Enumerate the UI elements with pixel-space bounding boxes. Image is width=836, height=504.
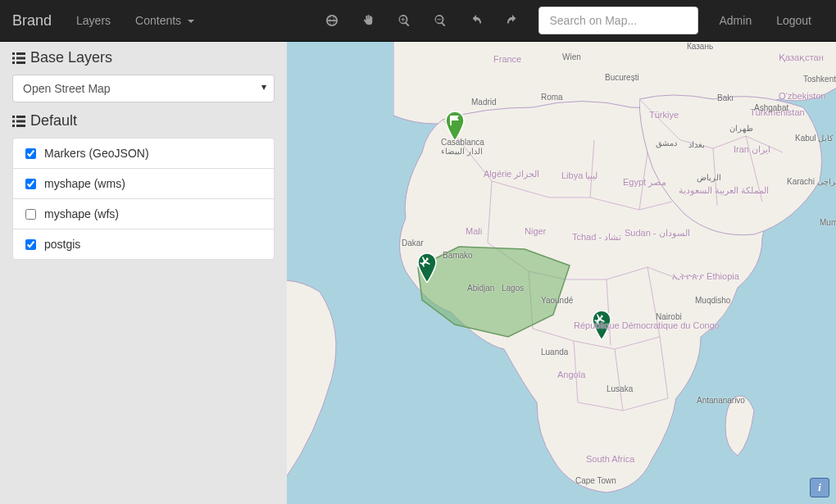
map-country-label: Algérie الجزائر [484,169,539,179]
map-country-label: O‘zbekiston [779,91,825,101]
map-country-label: Tchad - تشاد [572,232,621,243]
list-icon [12,52,25,64]
map-country-label: France [493,54,521,64]
info-icon: i [818,481,821,494]
nav-toolbar [314,0,530,42]
nav-admin[interactable]: Admin [707,0,764,42]
map-country-label: Iran ایران [734,144,770,155]
layer-label: myshape (wfs) [44,207,119,220]
map-city-label: Dakar [402,238,424,247]
map-city-label: Wien [562,52,581,61]
pan-button[interactable] [350,0,386,42]
map-city-label: دمشق [656,138,677,148]
map-country-label: South Africa [586,454,634,464]
layer-checkbox[interactable] [25,209,36,220]
map-city-label: Lusaka [607,384,633,393]
search-input[interactable] [538,7,698,34]
sidebar: Base Layers Open Street Map Default Mark… [0,42,287,504]
map-city-label: Ashgabat [754,103,788,112]
map-country-label: Angola [557,370,585,379]
base-layers-header: Base Layers [12,49,275,66]
layer-checkbox[interactable] [25,179,36,189]
layer-label: myshape (wms) [44,177,125,190]
nav-logout[interactable]: Logout [764,0,824,42]
map-country-label: Türkiye [649,110,679,120]
map-country-label: المملكة العربية السعودية [679,185,769,196]
layer-item[interactable]: myshape (wms) [13,168,274,198]
map-city-label: Luanda [541,347,568,356]
map-city-label: Antananarivo [697,396,745,405]
layer-label: Markers (GeoJSON) [44,147,149,160]
nav-left: Layers Contents [64,0,207,42]
nav-layers[interactable]: Layers [64,0,123,42]
redo-button[interactable] [494,0,530,42]
map-city-label: الرياض [697,173,721,182]
zoom-out-icon [434,15,446,26]
layer-checkbox[interactable] [25,148,36,159]
map-city-label: Kabul کابل [795,134,834,143]
brand-link[interactable]: Brand [12,12,64,30]
globe-icon [326,15,338,26]
map-country-label: Mali [466,226,482,236]
map-country-label: Libya ليبيا [561,170,597,181]
map-city-label: Yaoundé [541,296,573,305]
layer-list: Markers (GeoJSON) myshape (wms) myshape … [12,138,275,260]
map-canvas[interactable]: FranceAlgérie الجزائرLibya ليبياEgypt مص… [287,42,836,504]
map-marker-flag[interactable] [444,111,466,141]
map-city-label: طهران [729,124,753,133]
map-country-label: Sudan - السودان [625,228,690,238]
default-group-header: Default [12,112,275,129]
map-city-label: Toshkent [803,75,836,84]
map-city-label: Bamako [443,251,473,260]
map-city-label: Lagos [502,284,524,293]
zoom-in-button[interactable] [386,0,422,42]
map-info-button[interactable]: i [810,478,829,497]
map-city-label: Roma [541,93,563,102]
globe-button[interactable] [314,0,350,42]
map-country-label: ኢትዮጵያ Ethiopia [672,271,739,282]
map-city-label: الدار البيضاء [441,147,483,156]
hand-icon [362,15,374,26]
layer-item[interactable]: myshape (wfs) [13,198,274,229]
svg-rect-1 [450,116,452,125]
zoom-out-button[interactable] [422,0,458,42]
layer-item[interactable]: postgis [13,229,274,259]
base-layer-select[interactable]: Open Street Map [12,75,275,102]
map-city-label: București [605,73,639,82]
map-country-label: Niger [525,226,546,236]
nav-contents-label: Contents [135,14,181,27]
navbar: Brand Layers Contents Admin Logout [0,0,836,42]
base-layers-title: Base Layers [30,49,112,66]
map-marker-plane[interactable] [416,253,438,283]
layer-checkbox[interactable] [25,239,36,250]
undo-icon [470,15,482,26]
map-city-label: Cape Town [575,476,616,485]
map-city-label: Muqdisho [695,296,730,305]
map-city-label: Madrid [471,98,497,107]
base-layer-select-wrap: Open Street Map [12,75,275,102]
map-country-label: République Démocratique du Congo [574,320,720,330]
redo-icon [507,15,518,26]
caret-down-icon [188,20,194,23]
south-america-landmass [287,271,361,484]
undo-button[interactable] [458,0,494,42]
nav-right: Admin Logout [707,0,824,42]
nav-contents-dropdown[interactable]: Contents [123,0,207,42]
layer-label: postgis [44,238,80,251]
map-city-label: Casablanca [441,138,484,147]
list-icon [12,116,25,127]
map-country-label: Egypt مصر [623,177,666,188]
map-city-label: Казань [687,42,713,51]
map-country-label: Қазақстан [779,52,824,63]
map-city-label: Abidjan [467,284,494,293]
map-city-label: Mumbai मुंबई [820,218,836,228]
default-group-title: Default [30,112,77,129]
zoom-in-icon [398,15,410,26]
layer-item[interactable]: Markers (GeoJSON) [13,138,274,168]
map-city-label: Karachi کراچی [787,177,836,186]
map-city-label: Bakı [717,93,734,102]
map-city-label: بغداد [688,140,705,149]
map-city-label: Nairobi [656,312,682,321]
body: Base Layers Open Street Map Default Mark… [0,42,836,504]
